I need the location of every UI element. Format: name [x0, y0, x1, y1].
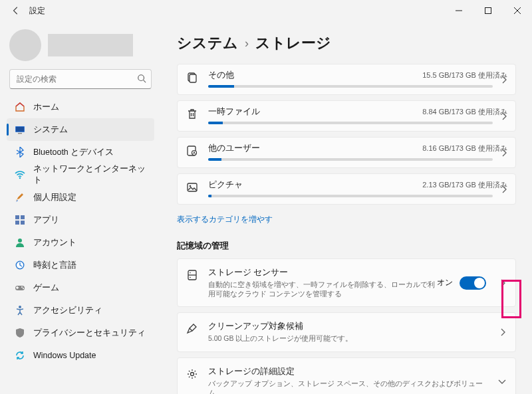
trash-icon	[186, 108, 199, 121]
clock-icon	[15, 260, 25, 270]
broom-icon	[186, 322, 199, 336]
nav-label: システム	[33, 124, 68, 136]
nav-bluetooth[interactable]: Bluetooth とデバイス	[7, 141, 154, 163]
avatar	[9, 29, 41, 61]
nav-label: ゲーム	[33, 282, 59, 294]
titlebar: 設定	[0, 0, 532, 21]
card-desc: 5.00 GB 以上のストレージが使用可能です。	[208, 334, 486, 343]
nav-privacy[interactable]: プライバシーとセキュリティ	[7, 322, 154, 344]
svg-point-10	[18, 239, 22, 243]
progress-bar	[208, 158, 493, 161]
svg-rect-4	[18, 133, 22, 134]
nav-update[interactable]: Windows Update	[7, 344, 154, 367]
account-icon	[15, 237, 25, 248]
nav-label: ネットワークとインターネット	[33, 163, 146, 186]
progress-bar	[208, 122, 493, 124]
back-button[interactable]	[8, 3, 24, 19]
chevron-right-icon	[501, 149, 507, 157]
svg-rect-9	[21, 221, 25, 225]
section-manage-heading: 記憶域の管理	[177, 240, 516, 252]
card-title: ストレージ センサー	[208, 267, 437, 278]
chevron-down-icon	[498, 378, 506, 385]
svg-point-27	[191, 372, 194, 375]
minimize-button[interactable]	[444, 0, 473, 21]
sidebar: ホーム システム Bluetooth とデバイス ネットワークとインターネット …	[0, 21, 161, 394]
nav-time[interactable]: 時刻と言語	[7, 254, 154, 276]
shield-icon	[15, 328, 25, 338]
svg-point-25	[190, 272, 191, 274]
nav-home[interactable]: ホーム	[7, 96, 154, 118]
search-icon	[137, 74, 146, 83]
svg-rect-7	[21, 215, 25, 219]
advanced-storage-card[interactable]: ストレージの詳細設定 バックアップ オプション、ストレージ スペース、その他のデ…	[177, 357, 516, 394]
svg-rect-8	[15, 221, 19, 225]
card-title: 他のユーザー	[208, 143, 260, 154]
svg-point-23	[190, 185, 192, 187]
bluetooth-icon	[15, 147, 25, 157]
card-usage: 2.13 GB/173 GB 使用済み	[422, 180, 507, 190]
breadcrumb-current: ストレージ	[255, 33, 331, 53]
nav-apps[interactable]: アプリ	[7, 209, 154, 231]
nav-accessibility[interactable]: アクセシビリティ	[7, 299, 154, 322]
breadcrumb-sep: ›	[245, 37, 249, 50]
main-panel: システム › ストレージ その他15.5 GB/173 GB 使用済み 一時ファ…	[161, 21, 532, 394]
nav-accounts[interactable]: アカウント	[7, 231, 154, 254]
storage-sense-toggle[interactable]	[460, 276, 486, 290]
search-box[interactable]	[9, 69, 152, 89]
chevron-right-icon	[499, 328, 506, 336]
breadcrumb: システム › ストレージ	[177, 33, 516, 53]
nav-label: 個人用設定	[33, 192, 76, 203]
breadcrumb-parent[interactable]: システム	[177, 33, 238, 53]
apps-icon	[15, 215, 25, 225]
cleanup-card[interactable]: クリーンアップ対象候補 5.00 GB 以上のストレージが使用可能です。	[177, 312, 516, 351]
brush-icon	[15, 192, 25, 203]
svg-point-14	[21, 286, 23, 288]
user-name-redacted	[48, 34, 133, 56]
svg-point-21	[194, 151, 195, 153]
nav-label: アカウント	[33, 237, 76, 248]
svg-rect-18	[190, 74, 196, 82]
maximize-button[interactable]	[473, 0, 503, 21]
home-icon	[15, 102, 25, 112]
nav-label: ホーム	[33, 102, 59, 113]
storage-category-other-users[interactable]: 他のユーザー8.16 GB/173 GB 使用済み	[177, 137, 516, 168]
search-input[interactable]	[9, 69, 152, 89]
users-icon	[186, 144, 199, 157]
nav-label: Windows Update	[33, 351, 96, 360]
nav-label: 時刻と言語	[33, 260, 76, 271]
show-more-link[interactable]: 表示するカテゴリを増やす	[177, 214, 273, 225]
storage-category-other[interactable]: その他15.5 GB/173 GB 使用済み	[177, 64, 516, 95]
wifi-icon	[15, 169, 25, 180]
chevron-right-icon	[501, 112, 507, 120]
svg-point-26	[190, 277, 191, 278]
nav-label: アプリ	[33, 215, 59, 226]
storage-category-pictures[interactable]: ピクチャ2.13 GB/173 GB 使用済み	[177, 173, 516, 205]
svg-point-1	[138, 75, 144, 81]
gear-icon	[186, 367, 199, 381]
storage-sense-card[interactable]: ストレージ センサー 自動的に空き領域を増やす、一時ファイルを削除する、ローカル…	[177, 258, 516, 307]
svg-rect-3	[16, 127, 24, 132]
chevron-right-icon[interactable]	[499, 279, 506, 287]
progress-bar	[208, 195, 493, 197]
svg-rect-0	[485, 8, 491, 14]
progress-bar	[208, 85, 493, 88]
profile[interactable]	[3, 27, 158, 69]
picture-icon	[186, 181, 199, 194]
nav-system[interactable]: システム	[7, 118, 154, 141]
svg-rect-6	[15, 215, 19, 219]
card-usage: 15.5 GB/173 GB 使用済み	[422, 70, 507, 80]
card-desc: 自動的に空き領域を増やす、一時ファイルを削除する、ローカルで利用可能なクラウド …	[208, 280, 437, 298]
nav-network[interactable]: ネットワークとインターネット	[7, 163, 154, 186]
accessibility-icon	[15, 305, 25, 316]
storage-category-temp[interactable]: 一時ファイル8.84 GB/173 GB 使用済み	[177, 100, 516, 132]
close-button[interactable]	[503, 0, 532, 21]
nav-personalization[interactable]: 個人用設定	[7, 186, 154, 209]
drive-icon	[186, 268, 199, 282]
svg-rect-22	[188, 183, 197, 191]
nav-label: Bluetooth とデバイス	[33, 147, 114, 158]
card-title: 一時ファイル	[208, 106, 260, 118]
card-desc: バックアップ オプション、ストレージ スペース、その他のディスクおよびボリューム	[208, 379, 486, 394]
nav-gaming[interactable]: ゲーム	[7, 276, 154, 299]
card-title: その他	[208, 70, 234, 81]
card-usage: 8.84 GB/173 GB 使用済み	[422, 107, 507, 117]
